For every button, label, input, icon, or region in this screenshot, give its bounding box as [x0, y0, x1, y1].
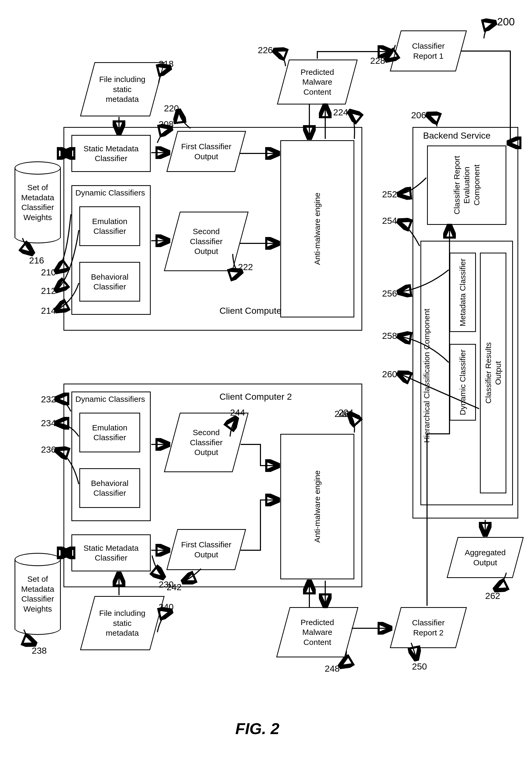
ref-224: 224: [333, 107, 348, 118]
client2-second-classifier-output-label: Second Classifier Output: [172, 413, 241, 472]
client1-behavioral-classifier-label: Behavioral Classifier: [91, 272, 128, 292]
client1-second-classifier-output: Second Classifier Output: [172, 212, 241, 271]
ref-250: 250: [412, 662, 427, 672]
client1-file-input: File including static metadata: [87, 62, 157, 116]
ref-228: 228: [370, 56, 385, 66]
client2-file-input-label: File including static metadata: [87, 596, 157, 650]
classifier-report-2-label: Classifier Report 2: [395, 607, 461, 648]
client2-predicted: Predicted Malware Content: [283, 607, 352, 657]
client2-second-classifier-output: Second Classifier Output: [172, 413, 241, 472]
ref-232: 232: [41, 394, 56, 404]
client1-anti-malware-engine-label: Anti-malware engine: [312, 192, 322, 265]
ref-236: 236: [41, 445, 56, 455]
aggregated-output-label: Aggregated Output: [452, 537, 518, 578]
ref-218: 218: [159, 59, 174, 69]
ref-214: 214: [41, 306, 56, 316]
client1-dynamic-classifiers-label: Dynamic Classifiers: [75, 188, 145, 198]
client1-first-classifier-output-label: First Classifier Output: [172, 131, 241, 172]
backend-dynamic-classifier: Dynamic Classifier: [449, 344, 476, 420]
backend-metadata-classifier: Metadata Classifier: [449, 253, 476, 332]
client2-anti-malware-engine: Anti-malware engine: [280, 434, 354, 579]
ref-220: 220: [164, 103, 179, 113]
ref-258: 258: [382, 331, 397, 341]
ref-212: 212: [41, 286, 56, 296]
ref-252: 252: [382, 189, 397, 200]
client2-dynamic-classifiers-label: Dynamic Classifiers: [75, 394, 145, 404]
client2-first-classifier-output-label: First Classifier Output: [172, 529, 241, 570]
ref-246: 246: [335, 409, 350, 419]
backend-results-output: Classifier Results Output: [480, 253, 506, 493]
backend-eval-component: Classifier Report Evaluation Component: [427, 146, 506, 225]
ref-234: 234: [41, 418, 56, 428]
backend-dynamic-classifier-label: Dynamic Classifier: [458, 349, 468, 415]
backend-metadata-classifier-label: Metadata Classifier: [458, 258, 468, 326]
client1-predicted: Predicted Malware Content: [283, 60, 352, 104]
ref-262: 262: [485, 591, 500, 601]
client2-first-classifier-output: First Classifier Output: [172, 529, 241, 570]
client2-weights-db: Set of Metadata Classifier Weights: [14, 553, 61, 635]
ref-210: 210: [41, 267, 56, 278]
ref-206: 206: [411, 110, 426, 121]
client2-static-metadata-classifier: Static Metadata Classifier: [71, 534, 151, 571]
figure-ref: 200: [497, 16, 515, 28]
ref-256: 256: [382, 288, 397, 299]
ref-248: 248: [325, 664, 340, 674]
classifier-report-1-label: Classifier Report 1: [395, 30, 461, 71]
client1-first-classifier-output: First Classifier Output: [172, 131, 241, 172]
ref-238: 238: [32, 645, 47, 656]
client1-file-input-label: File including static metadata: [87, 62, 157, 116]
client1-behavioral-classifier: Behavioral Classifier: [79, 262, 140, 302]
ref-254: 254: [382, 216, 397, 226]
client2-behavioral-classifier: Behavioral Classifier: [79, 468, 140, 508]
client2-title: Client Computer 2: [219, 392, 292, 402]
ref-216: 216: [29, 255, 44, 265]
aggregated-output: Aggregated Output: [452, 537, 518, 578]
client2-emulation-classifier: Emulation Classifier: [79, 413, 140, 452]
client1-weights-db: Set of Metadata Classifier Weights: [14, 161, 61, 243]
client2-behavioral-classifier-label: Behavioral Classifier: [91, 478, 128, 498]
client2-anti-malware-engine-label: Anti-malware engine: [312, 470, 322, 543]
client1-second-classifier-output-label: Second Classifier Output: [172, 212, 241, 271]
ref-226: 226: [258, 45, 273, 55]
client1-emulation-classifier: Emulation Classifier: [79, 206, 140, 246]
classifier-report-1: Classifier Report 1: [395, 30, 461, 71]
client1-predicted-label: Predicted Malware Content: [283, 60, 352, 104]
client2-file-input: File including static metadata: [87, 596, 157, 650]
client2-predicted-label: Predicted Malware Content: [283, 607, 352, 657]
ref-244: 244: [230, 407, 245, 418]
client2-emulation-classifier-label: Emulation Classifier: [92, 423, 127, 443]
ref-222: 222: [238, 262, 253, 272]
backend-hier-component-label: Hierarchical Classification Component: [422, 283, 432, 468]
figure-label: FIG. 2: [235, 719, 279, 738]
client2-weights-db-label: Set of Metadata Classifier Weights: [14, 553, 61, 635]
ref-240: 240: [159, 602, 174, 612]
backend-eval-component-label: Classifier Report Evaluation Component: [452, 148, 482, 222]
client1-static-metadata-classifier: Static Metadata Classifier: [71, 135, 151, 172]
backend-title: Backend Service: [423, 131, 491, 141]
backend-results-output-label: Classifier Results Output: [483, 342, 503, 404]
client2-static-metadata-classifier-label: Static Metadata Classifier: [84, 543, 139, 563]
client1-weights-db-label: Set of Metadata Classifier Weights: [14, 161, 61, 243]
client1-anti-malware-engine: Anti-malware engine: [280, 140, 354, 317]
classifier-report-2: Classifier Report 2: [395, 607, 461, 648]
ref-260: 260: [382, 369, 397, 379]
client1-emulation-classifier-label: Emulation Classifier: [92, 216, 127, 236]
ref-208: 208: [159, 119, 174, 129]
ref-230: 230: [159, 579, 174, 590]
client1-static-metadata-classifier-label: Static Metadata Classifier: [84, 144, 139, 163]
